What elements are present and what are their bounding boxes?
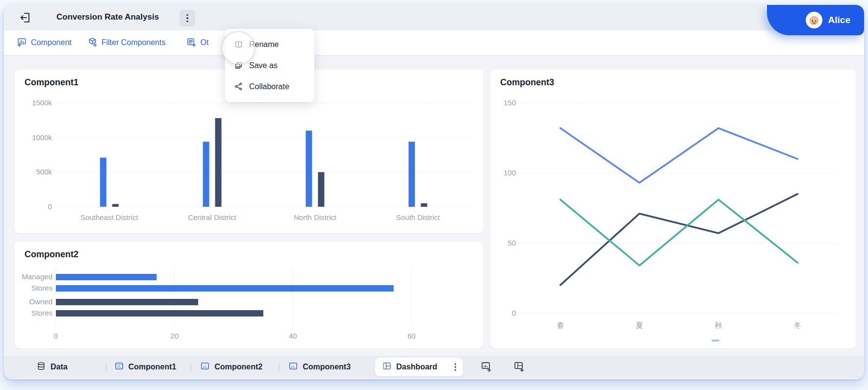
svg-text:秋: 秋 (715, 321, 722, 329)
svg-text:50: 50 (508, 239, 516, 247)
database-icon (36, 361, 46, 373)
svg-text:Central District: Central District (188, 213, 236, 221)
share-nodes-icon (234, 82, 243, 91)
tab-dashboard-active[interactable]: Dashboard (375, 358, 463, 376)
kebab-icon (186, 14, 188, 23)
svg-text:Owned: Owned (29, 297, 52, 306)
component2-panel: Component2 0204060ManagedStoresOwnedStor… (15, 242, 483, 348)
svg-text:100: 100 (504, 169, 516, 177)
chart-sheet-icon (288, 361, 298, 373)
svg-text:60: 60 (408, 332, 416, 340)
svg-text:Managed: Managed (22, 272, 52, 281)
back-button[interactable] (19, 11, 32, 25)
app-window: Conversion Rate Analysis Alice (4, 5, 864, 379)
tab-data[interactable]: Data (36, 361, 68, 373)
tab-separator (191, 363, 191, 371)
add-list-component-icon (186, 37, 196, 49)
svg-text:1500k: 1500k (32, 98, 52, 107)
user-name: Alice (828, 15, 850, 25)
page-title: Conversion Rate Analysis (56, 12, 159, 22)
title-context-menu: Rename Save as Collaborate (225, 29, 314, 102)
back-exit-icon (19, 18, 32, 25)
add-dashboard-button[interactable] (513, 361, 524, 373)
tab-separator (106, 363, 106, 371)
filter-components-button[interactable]: Filter Components (87, 37, 166, 49)
svg-text:South District: South District (396, 213, 440, 221)
component2-title: Component2 (25, 249, 78, 260)
menu-item-rename[interactable]: Rename (225, 34, 314, 55)
header-bar: Conversion Rate Analysis (4, 5, 864, 30)
rename-cursor-icon (234, 40, 243, 49)
svg-text:1000k: 1000k (32, 133, 52, 142)
tab-separator (279, 363, 280, 371)
menu-item-collaborate[interactable]: Collaborate (225, 76, 314, 97)
svg-text:500k: 500k (36, 168, 52, 176)
svg-text:North District: North District (294, 213, 337, 221)
svg-text:20: 20 (170, 332, 179, 340)
other-component-button[interactable]: Ot (186, 37, 208, 49)
add-chart-sheet-button[interactable] (481, 361, 491, 373)
chart-sheet-icon (200, 361, 210, 373)
add-chart-component-icon (17, 37, 27, 49)
svg-text:0: 0 (54, 332, 58, 340)
sheet-tabbar: Data Component1 (4, 356, 864, 378)
component1-title: Component1 (25, 77, 78, 88)
dashboard-grid-icon (382, 361, 392, 373)
component3-panel: Component3 150100500春夏秋冬 (490, 70, 856, 348)
chart-sheet-icon (114, 361, 124, 373)
save-as-icon (234, 61, 243, 70)
svg-text:Southeast District: Southeast District (80, 213, 138, 221)
tab-component1[interactable]: Component1 (114, 361, 177, 373)
user-badge[interactable]: Alice (767, 5, 864, 35)
filter-cube-icon (87, 37, 98, 49)
svg-text:夏: 夏 (636, 321, 643, 329)
component3-chart: 150100500春夏秋冬 (500, 94, 846, 342)
avatar (806, 12, 822, 28)
tab-component3[interactable]: Component3 (288, 361, 351, 373)
svg-text:150: 150 (504, 98, 516, 107)
menu-item-save-as[interactable]: Save as (225, 55, 314, 76)
svg-text:0: 0 (48, 202, 52, 211)
scrollbar-fragment (712, 340, 719, 341)
add-chart-icon (481, 361, 491, 373)
svg-text:冬: 冬 (794, 321, 801, 329)
add-component-button[interactable]: Component (17, 37, 72, 49)
tab-kebab-icon[interactable] (455, 363, 457, 371)
component3-title: Component3 (500, 77, 554, 88)
component1-chart: 1500k1000k500k0Southeast DistrictCentral… (25, 95, 473, 230)
title-more-button[interactable] (179, 10, 195, 26)
toolbar: Component Filter Components Ot (4, 30, 864, 55)
add-dashboard-icon (513, 361, 524, 373)
svg-text:Stores: Stores (31, 284, 52, 292)
svg-text:0: 0 (512, 309, 516, 317)
svg-text:春: 春 (557, 321, 564, 329)
tab-component2[interactable]: Component2 (200, 361, 262, 373)
svg-text:40: 40 (289, 332, 297, 340)
svg-text:Stores: Stores (31, 309, 52, 317)
component2-chart: 0204060ManagedStoresOwnedStores (20, 264, 476, 345)
